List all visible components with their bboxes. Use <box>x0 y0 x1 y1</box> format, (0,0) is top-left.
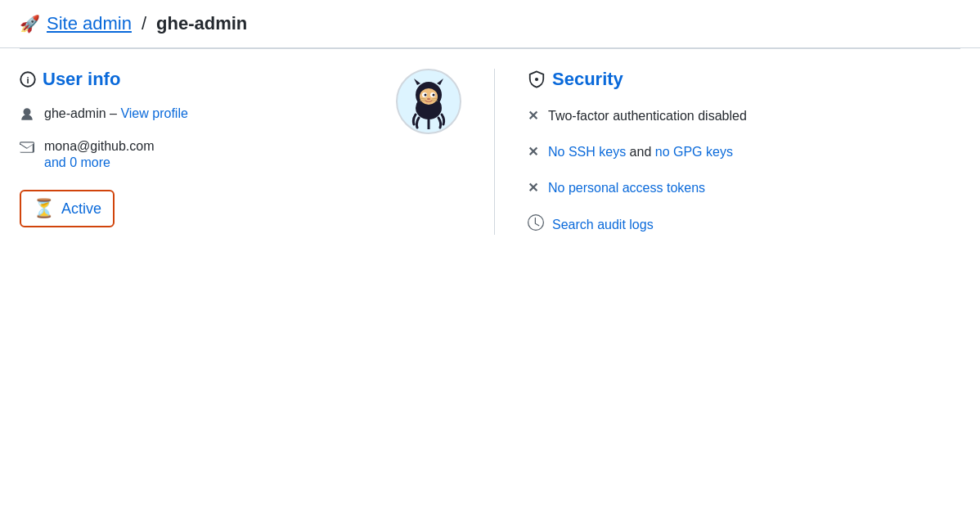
shield-icon <box>528 70 546 88</box>
info-icon: i <box>20 71 36 88</box>
svg-point-17 <box>535 78 538 81</box>
mail-icon <box>20 140 34 159</box>
page-header: 🚀 Site admin / ghe-admin <box>0 0 980 48</box>
svg-point-10 <box>425 94 427 97</box>
x-icon-3: ✕ <box>528 180 538 196</box>
svg-point-12 <box>427 98 430 100</box>
user-info-panel: i User info <box>20 69 494 235</box>
and-more-link[interactable]: and 0 more <box>44 155 155 170</box>
x-icon-2: ✕ <box>528 144 538 160</box>
active-label: Active <box>61 200 101 218</box>
user-info-title: User info <box>43 69 120 90</box>
breadcrumb-slash: / <box>142 13 146 34</box>
security-items: ✕ Two-factor authentication disabled ✕ N… <box>528 106 960 235</box>
username-content: ghe-admin – View profile <box>44 106 188 121</box>
person-icon <box>20 107 34 126</box>
ssh-gpg-row: ✕ No SSH keys and no GPG keys <box>528 142 960 162</box>
avatar <box>396 69 461 134</box>
site-admin-link[interactable]: Site admin <box>47 13 132 34</box>
main-content: i User info <box>0 49 980 254</box>
hourglass-icon: ⏳ <box>33 198 55 219</box>
ssh-gpg-text: No SSH keys and no GPG keys <box>548 142 733 162</box>
active-badge-row: ⏳ Active <box>20 183 188 227</box>
two-factor-text: Two-factor authentication disabled <box>548 106 747 126</box>
username-breadcrumb: ghe-admin <box>156 13 247 34</box>
two-factor-row: ✕ Two-factor authentication disabled <box>528 106 960 126</box>
username-display: ghe-admin – View profile <box>44 106 188 121</box>
svg-text:i: i <box>26 75 29 85</box>
search-audit-logs-link[interactable]: Search audit logs <box>552 218 654 232</box>
email-content: mona@github.com and 0 more <box>44 139 155 170</box>
view-profile-link[interactable]: View profile <box>120 106 187 120</box>
tokens-row: ✕ No personal access tokens <box>528 178 960 198</box>
no-tokens-link[interactable]: No personal access tokens <box>548 181 705 195</box>
user-info-rows: ghe-admin – View profile <box>20 106 188 227</box>
tokens-text: No personal access tokens <box>548 178 705 198</box>
security-title: Security <box>552 69 623 90</box>
rocket-icon: 🚀 <box>20 14 40 34</box>
email-row: mona@github.com and 0 more <box>20 139 188 170</box>
no-gpg-keys-link[interactable]: no GPG keys <box>655 145 733 159</box>
security-header: Security <box>528 69 960 90</box>
svg-point-11 <box>433 94 435 97</box>
email-text: mona@github.com <box>44 139 155 154</box>
security-panel: Security ✕ Two-factor authentication dis… <box>494 69 960 235</box>
no-ssh-keys-link[interactable]: No SSH keys <box>548 145 626 159</box>
user-info-header: i User info <box>20 69 188 90</box>
clock-history-icon <box>528 214 544 235</box>
username-row: ghe-admin – View profile <box>20 106 188 126</box>
audit-log-text: Search audit logs <box>552 215 654 235</box>
x-icon-1: ✕ <box>528 108 538 124</box>
audit-log-row: Search audit logs <box>528 214 960 235</box>
active-badge[interactable]: ⏳ Active <box>20 190 115 227</box>
avatar-image <box>401 74 456 129</box>
